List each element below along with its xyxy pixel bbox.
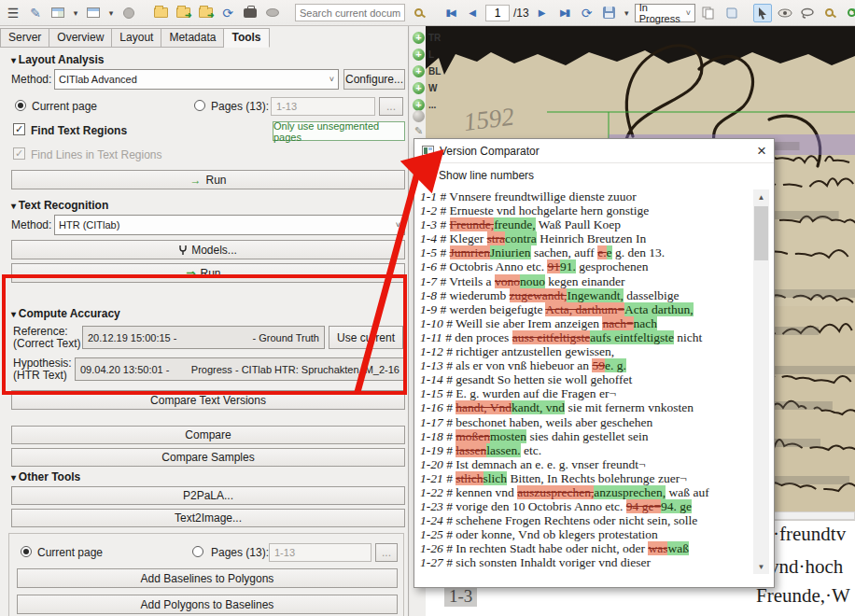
page-number-input[interactable] bbox=[485, 5, 510, 21]
reload-icon[interactable]: ⟳ bbox=[218, 4, 237, 22]
dialog-scrollbar[interactable]: ▲ ▼ bbox=[753, 189, 769, 574]
tab-tools[interactable]: Tools bbox=[224, 28, 269, 48]
export-folder-icon[interactable]: ➜ bbox=[196, 4, 215, 22]
tr-run-button[interactable]: ⇒ Run... bbox=[11, 263, 405, 283]
canvas-tool-bl[interactable]: +BL bbox=[413, 65, 441, 77]
p2pala-button[interactable]: P2PaLA... bbox=[11, 486, 405, 505]
hypothesis-label: Hypothesis: bbox=[13, 357, 72, 370]
strip-pencil-icon[interactable]: ✎ bbox=[414, 125, 423, 137]
dialog-close-icon[interactable]: × bbox=[757, 143, 766, 159]
scroll-down-icon[interactable]: ▼ bbox=[753, 559, 769, 574]
ot-pages-radio[interactable] bbox=[192, 546, 203, 557]
menu-icon[interactable]: ☰ bbox=[4, 4, 22, 22]
la-run-button[interactable]: → Run bbox=[11, 170, 405, 189]
id-circle-icon[interactable] bbox=[119, 4, 138, 22]
search-icon[interactable] bbox=[409, 4, 428, 22]
canvas-tool-l[interactable]: +L bbox=[413, 49, 434, 61]
tab-overview[interactable]: Overview bbox=[49, 28, 112, 48]
la-pages-label: Pages (13): bbox=[211, 100, 269, 113]
search-input[interactable] bbox=[295, 4, 405, 21]
transcript-line-number[interactable]: 1-3 bbox=[444, 586, 477, 607]
ot-pages-ellipsis-button[interactable]: ... bbox=[375, 543, 398, 562]
transcript-line-1[interactable]: ·freundtv bbox=[773, 523, 846, 546]
diff-line: 1-25 # oder konne, Vnd ob klegers protes… bbox=[420, 527, 752, 541]
ot-current-page-label: Current page bbox=[37, 546, 103, 559]
dialog-titlebar[interactable]: Version Comparator × bbox=[414, 139, 774, 163]
layout-view-dropdown-icon[interactable]: ▾ bbox=[71, 4, 80, 22]
text2image-button[interactable]: Text2Image... bbox=[11, 509, 405, 527]
diff-content[interactable]: 1-1 # Vnnsere freundtwillige dienste zuu… bbox=[420, 189, 752, 574]
status-dropdown[interactable]: In Progress ˅ bbox=[635, 4, 695, 22]
prev-page-icon[interactable]: ◀ bbox=[463, 4, 482, 22]
canvas-tool-w[interactable]: +W bbox=[413, 82, 437, 94]
tr-method-dropdown[interactable]: HTR (CITlab)˅ bbox=[54, 215, 405, 235]
find-text-regions-label: Find Text Regions bbox=[31, 124, 127, 137]
strip-extra-icon[interactable] bbox=[413, 110, 425, 122]
first-page-icon[interactable]: ▮◀ bbox=[441, 4, 459, 22]
diff-line: 1-16 # handt, Vndkandt, vnd sie mit fern… bbox=[420, 400, 752, 414]
ot-current-page-radio[interactable] bbox=[21, 546, 32, 557]
layout-view-icon[interactable] bbox=[49, 4, 67, 22]
last-page-icon[interactable]: ▶▮ bbox=[555, 4, 574, 22]
ot-pages-input[interactable]: 1-13 bbox=[269, 543, 371, 562]
plus-icon: + bbox=[413, 65, 425, 77]
diff-line: 1-15 # E. g. wurden auf die Fragen er¬ bbox=[420, 386, 752, 400]
zoom-icon[interactable] bbox=[820, 4, 839, 22]
add-polygons-button[interactable]: Add Polygons to Baselines bbox=[17, 595, 398, 614]
open-folder-icon[interactable] bbox=[151, 4, 170, 22]
diff-line: 1-17 # beschonet haben, weils aber gesch… bbox=[420, 415, 752, 429]
canvas-tool-label: ... bbox=[428, 100, 436, 110]
profile-view-dropdown-icon[interactable]: ▾ bbox=[106, 4, 116, 22]
section-layout-analysis[interactable]: Layout Analysis bbox=[11, 53, 104, 66]
compare-samples-button[interactable]: Compare Samples bbox=[11, 448, 405, 467]
configure-button[interactable]: Configure... bbox=[343, 69, 405, 90]
models-button[interactable]: Models... bbox=[11, 240, 405, 259]
diff-line: 1-19 # lassenlassen. etc. bbox=[420, 443, 752, 457]
dialog-window-icon bbox=[422, 146, 434, 156]
only-unsegmented-button[interactable]: Only use unsegmented pages bbox=[273, 121, 405, 141]
lasso-icon[interactable] bbox=[798, 4, 817, 22]
save-icon[interactable] bbox=[600, 4, 619, 22]
la-pages-input[interactable]: 1-13 bbox=[271, 97, 375, 116]
use-current-button[interactable]: Use current bbox=[329, 326, 403, 349]
jobs-icon[interactable] bbox=[241, 4, 259, 22]
section-text-recognition[interactable]: Text Recognition bbox=[11, 199, 108, 212]
profile-view-icon[interactable] bbox=[84, 4, 103, 22]
tab-layout[interactable]: Layout bbox=[112, 28, 161, 48]
tab-server[interactable]: Server bbox=[0, 28, 49, 48]
find-text-regions-checkbox[interactable]: ✓ bbox=[13, 123, 25, 135]
la-method-dropdown[interactable]: CITlab Advanced˅ bbox=[54, 69, 339, 90]
diff-line: 1-5 # JumrienJniurien sachen, auff e.e g… bbox=[420, 245, 752, 259]
import-folder-icon[interactable]: ➜ bbox=[174, 4, 192, 22]
la-pages-ellipsis-button[interactable]: ... bbox=[379, 97, 403, 116]
transcript-line-2[interactable]: vnd·hoch bbox=[769, 555, 843, 579]
diff-line: 1-11 # den proces auss eitfeltigsteaufs … bbox=[420, 330, 752, 344]
document-scroll-icon[interactable] bbox=[722, 4, 740, 22]
section-compute-accuracy[interactable]: Compute Accuracy bbox=[11, 307, 120, 320]
hypothesis-field[interactable]: 09.04.20 13:50:01 - Progress - CITlab HT… bbox=[75, 357, 405, 381]
la-current-page-radio[interactable] bbox=[15, 100, 26, 111]
refresh-page-icon[interactable]: ⟳ bbox=[578, 4, 596, 22]
reference-field[interactable]: 20.12.19 15:00:15 - - Ground Truth bbox=[82, 326, 325, 349]
compare-text-versions-button[interactable]: Compare Text Versions bbox=[11, 390, 405, 410]
tab-metadata[interactable]: Metadata bbox=[161, 28, 224, 48]
save-dropdown-icon[interactable]: ▾ bbox=[623, 4, 631, 22]
section-other-tools[interactable]: Other Tools bbox=[11, 470, 80, 483]
scrollbar-thumb[interactable] bbox=[754, 206, 768, 260]
plus-icon: + bbox=[413, 32, 425, 44]
diff-line: 1-9 # werden beigefugte Acta, darthum=Ac… bbox=[420, 302, 752, 316]
tr-method-value: HTR (CITlab) bbox=[59, 219, 119, 231]
la-pages-radio[interactable] bbox=[194, 100, 205, 111]
show-line-numbers-checkbox[interactable]: ✓ bbox=[422, 170, 434, 182]
pen-icon[interactable]: ✎ bbox=[26, 4, 45, 22]
copy-icon[interactable] bbox=[699, 4, 718, 22]
eye-icon[interactable] bbox=[776, 4, 794, 22]
add-baselines-button[interactable]: Add Baselines to Polygons bbox=[17, 568, 398, 588]
select-cursor-icon[interactable] bbox=[753, 4, 772, 22]
versions-icon[interactable] bbox=[263, 4, 282, 22]
canvas-tool-tr[interactable]: +TR bbox=[413, 32, 441, 44]
next-page-icon[interactable]: ▶ bbox=[533, 4, 552, 22]
scroll-up-icon[interactable]: ▲ bbox=[753, 189, 769, 204]
zoom-in-icon[interactable]: + bbox=[843, 4, 855, 22]
compare-button[interactable]: Compare bbox=[11, 426, 405, 444]
